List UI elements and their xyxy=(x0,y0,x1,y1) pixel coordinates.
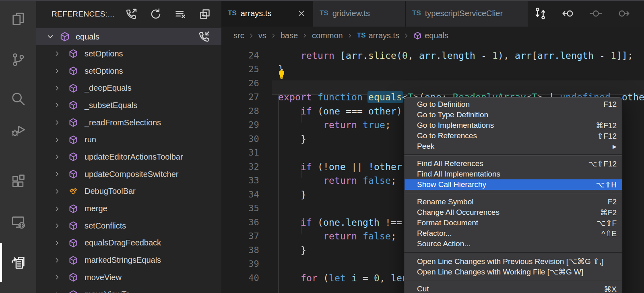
menu-item-format-document[interactable]: Format Document⌥⇧F xyxy=(405,218,622,228)
menu-separator xyxy=(405,154,622,156)
breadcrumb-chevron-icon xyxy=(347,32,353,39)
chevron-right-icon[interactable] xyxy=(53,256,61,264)
chevron-right-icon[interactable] xyxy=(53,291,61,293)
tab-arrays.ts[interactable]: TSarrays.ts xyxy=(221,0,313,27)
lightbulb-icon[interactable] xyxy=(277,69,287,79)
breadcrumb-item-equals[interactable]: equals xyxy=(413,31,448,40)
call-outgoing-button[interactable] xyxy=(125,8,137,20)
symbol-method-icon xyxy=(413,31,422,40)
menu-item-go-to-type-definition[interactable]: Go to Type Definition xyxy=(405,110,622,120)
activity-run-debug-icon[interactable] xyxy=(0,115,36,145)
symbol-method-icon xyxy=(68,152,78,162)
tree-item-DebugToolBar[interactable]: DebugToolBar xyxy=(36,183,221,200)
nav-forward-button[interactable] xyxy=(617,7,630,20)
chevron-down-icon[interactable] xyxy=(46,32,55,41)
activity-files-icon[interactable] xyxy=(0,4,36,34)
chevron-right-icon[interactable] xyxy=(53,273,61,281)
chevron-right-icon[interactable] xyxy=(53,153,61,161)
tree-item-label: markedStringsEquals xyxy=(85,256,161,265)
line-number: 25 xyxy=(221,62,259,77)
code-line-23[interactable]: 23 xyxy=(221,44,644,49)
menu-item-open-line-changes-with-previous-revision-g[interactable]: Open Line Changes with Previous Revision… xyxy=(405,256,622,266)
activity-extensions-icon[interactable] xyxy=(0,166,36,196)
chevron-right-icon[interactable] xyxy=(53,205,61,213)
code-line-24[interactable]: 24 return [arr.slice(0, arr.length - 1),… xyxy=(221,49,644,63)
tab-gridview.ts[interactable]: TSgridview.ts xyxy=(313,0,406,27)
tree-item-_readFromSelections[interactable]: _readFromSelections xyxy=(36,114,221,131)
chevron-right-icon[interactable] xyxy=(53,136,61,144)
menu-item-open-line-changes-with-working-file-g-w[interactable]: Open Line Changes with Working File [⌥⌘G… xyxy=(405,266,622,277)
line-number: 38 xyxy=(221,243,259,258)
menu-item-cut[interactable]: Cut⌘X xyxy=(405,284,622,293)
tab-label: typescriptServiceClier xyxy=(425,9,503,18)
tree-item-setConflicts[interactable]: setConflicts xyxy=(36,217,221,235)
chevron-right-icon[interactable] xyxy=(53,222,61,230)
tree-item-_subsetEquals[interactable]: _subsetEquals xyxy=(36,97,221,114)
tree-item-moveView[interactable]: moveView xyxy=(36,269,221,286)
menu-item-change-all-occurrences[interactable]: Change All Occurrences⌘F2 xyxy=(405,207,622,218)
compare-button[interactable] xyxy=(534,7,547,20)
activity-references-view-icon[interactable] xyxy=(0,248,36,278)
tree-item-setOptions[interactable]: setOptions xyxy=(36,45,221,62)
menu-item-find-all-implementations[interactable]: Find All Implementations xyxy=(405,169,622,179)
menu-item-rename-symbol[interactable]: Rename SymbolF2 xyxy=(405,197,622,207)
chevron-right-icon[interactable] xyxy=(53,187,61,195)
menu-item-source-action[interactable]: Source Action... xyxy=(405,239,622,249)
activity-source-control-icon[interactable] xyxy=(0,45,36,75)
breadcrumb-item-src[interactable]: src xyxy=(233,31,244,40)
breadcrumb-chevron-icon xyxy=(270,32,277,39)
tree-item-run[interactable]: run xyxy=(36,131,221,148)
tree-item-_deepEquals[interactable]: _deepEquals xyxy=(36,79,221,97)
tab-typescriptServiceClier[interactable]: TStypescriptServiceClier xyxy=(406,0,528,27)
chevron-right-icon[interactable] xyxy=(53,170,61,178)
breadcrumb-item-common[interactable]: common xyxy=(312,31,343,40)
chevron-right-icon[interactable] xyxy=(53,50,61,58)
symbol-method-icon xyxy=(68,238,78,248)
chevron-right-icon[interactable] xyxy=(53,101,61,109)
tree-item-setOptions[interactable]: setOptions xyxy=(36,62,221,80)
breadcrumb-item-arrays.ts[interactable]: TSarrays.ts xyxy=(357,31,399,40)
tree-item-label: moveViewTo xyxy=(85,290,130,293)
root-symbol-label: equals xyxy=(76,32,99,42)
activity-search-icon[interactable] xyxy=(0,84,36,114)
menu-item-go-to-implementations[interactable]: Go to Implementations⌘F12 xyxy=(405,120,622,131)
call-outgoing-icon xyxy=(125,8,137,20)
menu-shortcut: ^⇧E xyxy=(601,229,617,238)
tree-item-updateCompositeSwitcher[interactable]: updateCompositeSwitcher xyxy=(36,166,221,183)
nav-circle-button[interactable] xyxy=(589,7,603,20)
chevron-right-icon xyxy=(403,32,410,39)
chevron-right-icon[interactable] xyxy=(53,67,61,75)
line-number: 37 xyxy=(221,229,259,243)
menu-shortcut: ⌘F2 xyxy=(600,208,617,217)
collapse-all-button[interactable] xyxy=(199,8,211,20)
menu-item-peek[interactable]: Peek▶ xyxy=(405,141,622,152)
chevron-right-icon[interactable] xyxy=(53,84,61,92)
tree-item-moveViewTo[interactable]: moveViewTo xyxy=(36,286,221,293)
chevron-right-icon[interactable] xyxy=(53,239,61,247)
chevron-right-icon xyxy=(53,67,61,75)
menu-item-find-all-references[interactable]: Find All References⌥⇧F12 xyxy=(405,158,622,169)
refresh-button[interactable] xyxy=(150,8,162,20)
breadcrumb-item-vs[interactable]: vs xyxy=(258,31,266,40)
tree-item-merge[interactable]: merge xyxy=(36,200,221,217)
call-hierarchy-root-equals[interactable]: equals xyxy=(36,28,221,45)
menu-item-show-call-hierarchy[interactable]: Show Call Hierarchy⌥⇧H xyxy=(405,179,622,190)
menu-shortcut: ⌘F12 xyxy=(596,121,617,130)
close-tab-button[interactable] xyxy=(297,8,306,18)
activity-remote-explorer-icon[interactable] xyxy=(0,207,36,237)
show-incoming-calls-button[interactable] xyxy=(198,31,210,43)
tree-item-updateEditorActionsToolbar[interactable]: updateEditorActionsToolbar xyxy=(36,148,221,166)
breadcrumb-item-base[interactable]: base xyxy=(281,31,298,40)
tree-item-markedStringsEquals[interactable]: markedStringsEquals xyxy=(36,251,221,269)
files-icon xyxy=(10,11,26,27)
tree-item-label: moveView xyxy=(85,273,122,282)
clear-all-button[interactable] xyxy=(174,8,186,20)
chevron-right-icon[interactable] xyxy=(53,118,61,127)
tab-bar: TSarrays.tsTSgridview.tsTStypescriptServ… xyxy=(221,0,644,27)
references-sidebar: REFERENCES:... equals setOptionssetOptio… xyxy=(36,0,221,293)
nav-back-button[interactable] xyxy=(561,7,575,20)
menu-item-go-to-references[interactable]: Go to References⇧F12 xyxy=(405,131,622,141)
tree-item-equalsDragFeedback[interactable]: equalsDragFeedback xyxy=(36,235,221,252)
menu-item-go-to-definition[interactable]: Go to DefinitionF12 xyxy=(405,99,622,110)
menu-item-refactor[interactable]: Refactor...^⇧E xyxy=(405,228,622,239)
